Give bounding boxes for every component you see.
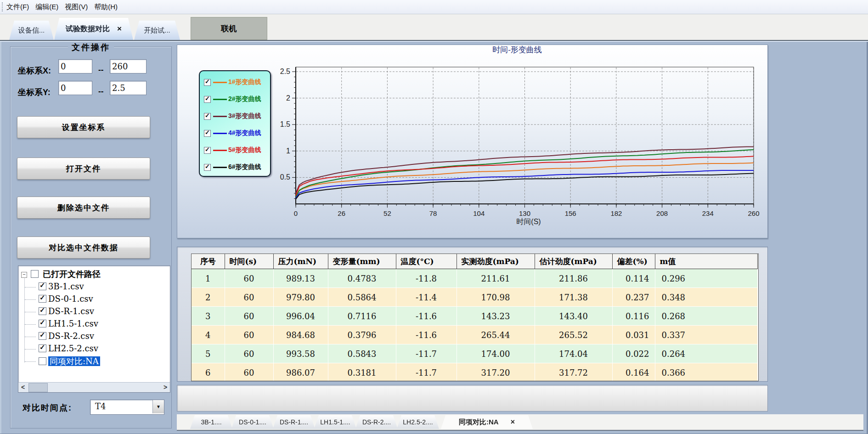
y-tick-label: 2 xyxy=(286,94,290,102)
checkbox-icon[interactable] xyxy=(204,113,211,120)
tree-item-label: DS-R-2.csv xyxy=(48,331,94,341)
close-icon[interactable]: × xyxy=(511,418,515,426)
compare-selected-files-button[interactable]: 对比选中文件数据 xyxy=(17,237,150,259)
table-cell: 317.72 xyxy=(535,363,612,382)
scrollbar-thumb[interactable] xyxy=(28,383,48,392)
coord-y-from-input[interactable] xyxy=(58,81,92,95)
tab-label: LH1.5-1.... xyxy=(320,418,350,426)
checkbox-icon[interactable] xyxy=(39,320,46,327)
close-icon[interactable]: × xyxy=(117,24,122,34)
top-tab-2[interactable]: 试验数据对比× xyxy=(54,18,133,40)
table-row[interactable]: 260979.800.5864-11.4170.98171.380.2370.3… xyxy=(192,288,757,307)
table-cell: 1 xyxy=(192,269,225,288)
menu-item-2[interactable]: 编辑(E) xyxy=(35,3,58,11)
tree-item-7[interactable]: 同项对比:NA xyxy=(37,356,100,367)
file-tab-7[interactable]: 同项对比:NA× xyxy=(441,415,533,429)
file-tab-4[interactable]: LH1.5-1.... xyxy=(314,415,356,429)
menu-bar: 文件(F)编辑(E)视图(V)帮助(H) xyxy=(0,0,868,14)
menu-item-3[interactable]: 视图(V) xyxy=(65,3,88,11)
tab-label: 同项对比:NA xyxy=(459,418,499,427)
legend-line-swatch xyxy=(213,99,227,100)
table-row[interactable]: 360996.040.7116-11.6143.23143.400.1160.2… xyxy=(192,307,757,326)
checkbox-icon[interactable] xyxy=(204,164,211,171)
tree-root-row[interactable]: − 已打开文件路径 xyxy=(21,269,101,280)
tab-label: DS-R-1.... xyxy=(280,418,308,426)
checkbox-icon[interactable] xyxy=(39,307,46,315)
scroll-left-icon[interactable]: < xyxy=(18,383,28,392)
x-tick-label: 182 xyxy=(610,209,622,217)
time-point-combobox[interactable]: T4 ▼ xyxy=(90,400,164,415)
legend-item-1[interactable]: 1#形变曲线 xyxy=(204,77,261,88)
coord-y-separator: -- xyxy=(98,87,103,96)
x-axis-label: 时间(S) xyxy=(516,218,541,225)
legend-item-6[interactable]: 6#形变曲线 xyxy=(204,162,261,173)
tree-collapse-icon[interactable]: − xyxy=(21,272,27,278)
tree-item-5[interactable]: DS-R-2.csv xyxy=(37,331,94,342)
coord-x-from-input[interactable] xyxy=(58,59,92,73)
set-axes-button[interactable]: 设置坐标系 xyxy=(17,116,150,138)
legend-item-5[interactable]: 5#形变曲线 xyxy=(204,145,261,156)
checkbox-icon[interactable] xyxy=(204,130,211,137)
legend-line-swatch xyxy=(213,150,227,151)
table-cell: 979.80 xyxy=(273,288,328,307)
menu-item-1[interactable]: 文件(F) xyxy=(6,3,29,11)
tab-label: 3B-1.... xyxy=(201,418,221,426)
tree-item-3[interactable]: DS-R-1.csv xyxy=(37,306,94,317)
tree-item-2[interactable]: DS-0-1.csv xyxy=(37,294,93,305)
table-cell: 993.58 xyxy=(273,344,328,363)
x-tick-label: 104 xyxy=(473,209,485,217)
legend-item-3[interactable]: 3#形变曲线 xyxy=(204,111,261,122)
checkbox-icon[interactable] xyxy=(39,344,46,352)
file-tab-3[interactable]: DS-R-1.... xyxy=(273,415,315,429)
checkbox-icon[interactable] xyxy=(39,282,46,290)
opened-files-tree: − 已打开文件路径 3B-1.csvDS-0-1.csvDS-R-1.csvLH… xyxy=(18,265,170,393)
top-tab-3[interactable]: 开始试... xyxy=(134,21,180,40)
delete-selected-files-button[interactable]: 删除选中文件 xyxy=(17,197,150,219)
table-cell: 0.237 xyxy=(612,288,655,307)
coord-x-to-input[interactable] xyxy=(110,59,147,73)
file-tab-5[interactable]: DS-R-2.... xyxy=(355,415,398,429)
coord-y-to-input[interactable] xyxy=(110,81,147,95)
tab-label: LH2.5-2.... xyxy=(403,418,433,426)
column-header: 变形量(mm) xyxy=(328,254,396,269)
legend-item-2[interactable]: 2#形变曲线 xyxy=(204,94,261,105)
tree-hscrollbar[interactable]: < > xyxy=(18,382,170,392)
table-row[interactable]: 560993.580.5843-11.7174.00174.040.0220.2… xyxy=(192,344,757,363)
tree-item-label: 3B-1.csv xyxy=(48,282,84,291)
file-tab-1[interactable]: 3B-1.... xyxy=(190,415,232,429)
coord-y-label: 坐标系Y: xyxy=(18,87,51,98)
table-row[interactable]: 660986.070.3181-11.7317.20317.720.1640.3… xyxy=(192,363,757,382)
menu-item-4[interactable]: 帮助(H) xyxy=(94,3,118,11)
table-row[interactable]: 160989.130.4783-11.8211.61211.860.1140.2… xyxy=(192,269,757,288)
legend-item-4[interactable]: 4#形变曲线 xyxy=(204,128,261,139)
scroll-right-icon[interactable]: > xyxy=(161,383,170,392)
file-tab-2[interactable]: DS-0-1.... xyxy=(231,415,274,429)
table-cell: 0.031 xyxy=(612,326,655,344)
checkbox-icon[interactable] xyxy=(204,79,211,86)
checkbox-icon[interactable] xyxy=(39,332,46,340)
coord-x-separator: -- xyxy=(98,65,103,74)
table-cell: 60 xyxy=(225,269,273,288)
checkbox-icon[interactable] xyxy=(204,147,211,154)
online-status-block: 联机 xyxy=(191,17,267,40)
checkbox-icon[interactable] xyxy=(204,96,211,103)
legend-line-swatch xyxy=(213,116,227,117)
x-tick-label: 156 xyxy=(565,209,576,217)
x-tick-label: 78 xyxy=(429,209,437,217)
tree-item-1[interactable]: 3B-1.csv xyxy=(37,282,84,293)
table-cell: 174.04 xyxy=(535,344,612,363)
x-tick-label: 234 xyxy=(702,209,714,217)
file-tab-6[interactable]: LH2.5-2.... xyxy=(397,415,439,429)
open-file-button[interactable]: 打开文件 xyxy=(17,158,150,180)
table-cell: 0.3796 xyxy=(328,326,396,344)
checkbox-icon[interactable] xyxy=(39,295,46,303)
combobox-dropdown-button[interactable]: ▼ xyxy=(152,400,164,413)
legend-series-label: 5#形变曲线 xyxy=(228,146,261,154)
checkbox-icon[interactable] xyxy=(39,357,46,365)
column-header: 压力(mN) xyxy=(273,254,328,269)
tree-item-4[interactable]: LH1.5-1.csv xyxy=(37,319,98,330)
table-row[interactable]: 460984.680.3796-11.6265.44265.520.0310.3… xyxy=(192,326,757,344)
tree-item-6[interactable]: LH2.5-2.csv xyxy=(37,344,98,355)
top-tab-1[interactable]: 设备信... xyxy=(9,21,54,40)
checkbox-icon[interactable] xyxy=(31,270,39,278)
